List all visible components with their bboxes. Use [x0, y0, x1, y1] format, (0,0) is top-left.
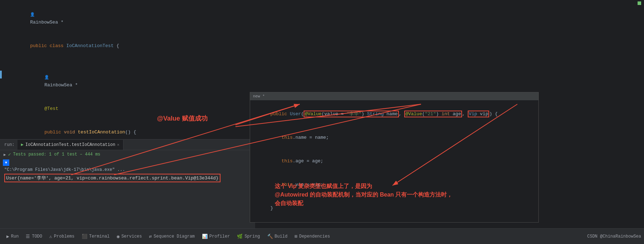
build-status-item[interactable]: 🔨 Build: [264, 229, 291, 244]
expand-icon[interactable]: ▶: [4, 152, 6, 157]
popup-code-line-3: this.age = age;: [254, 149, 535, 173]
code-line: public class IoCAnnotationTest {: [5, 34, 644, 58]
dependencies-status-item[interactable]: ⊞ Dependencies: [291, 229, 334, 244]
run-panel: run: ▶ IoCAnnotationTest.testIoCAnnotati…: [0, 139, 255, 228]
dependencies-icon: ⊞: [295, 234, 298, 239]
run-label: run:: [1, 142, 17, 147]
terminal-label: Terminal: [89, 234, 110, 239]
problems-icon: ⚠: [49, 234, 52, 239]
popup-header: new *: [250, 92, 538, 100]
sequence-icon: ⇄: [149, 234, 152, 239]
test-tab-label: IoCAnnotationTest.testIoCAnnotation: [25, 142, 115, 147]
profiler-label: Profiler: [209, 234, 230, 239]
spring-status-item[interactable]: 🌿 Spring: [233, 229, 263, 244]
terminal-status-item[interactable]: ⬛ Terminal: [78, 229, 113, 244]
code-line-blank: [5, 58, 644, 66]
sequence-status-item[interactable]: ⇄ Sequence Diagram: [146, 229, 198, 244]
popup-code: public User(@Value(value = "李华") String …: [250, 100, 538, 222]
status-bar: ▶ Run ☰ TODO ⚠ Problems ⬛ Terminal ◉ Ser…: [0, 228, 644, 244]
popup-code-line-4: this.vip = vip;: [254, 173, 535, 197]
java-path: "C:\Program Files\Java\jdk-17\bin\java.e…: [0, 167, 255, 173]
dependencies-label: Dependencies: [299, 234, 330, 239]
build-label: Build: [275, 234, 288, 239]
todo-label: TODO: [32, 234, 42, 239]
profiler-status-item[interactable]: 📊 Profiler: [198, 229, 234, 244]
run-tab-bar: run: ▶ IoCAnnotationTest.testIoCAnnotati…: [0, 139, 255, 150]
code-line: 👤 RainbowSea *: [5, 3, 644, 34]
file-header-1: RainbowSea *: [30, 20, 64, 25]
terminal-icon: ⬛: [82, 234, 87, 239]
run-icon: ▶: [6, 234, 9, 239]
run-status-item[interactable]: ▶ Run: [3, 229, 22, 244]
todo-status-item[interactable]: ☰ TODO: [22, 229, 46, 244]
popup-code-line-5: }: [254, 197, 535, 220]
tests-passed-row: ▶ ✓ Tests passed: 1 of 1 test – 444 ms: [0, 150, 255, 159]
spring-label: Spring: [244, 234, 260, 239]
output-row: User{name='李华', age=21, vip=com.rainbows…: [0, 173, 255, 183]
expand-button[interactable]: ▼: [3, 159, 9, 166]
popup-panel: new * public User(@Value(value = "李华") S…: [250, 92, 539, 223]
problems-label: Problems: [54, 234, 75, 239]
profiler-icon: 📊: [202, 234, 208, 239]
run-status-label: Run: [11, 234, 19, 239]
tests-passed-text: Tests passed: 1 of 1 test – 444 ms: [13, 152, 100, 157]
brand-text: CSDN @ChinaRainbowSea: [587, 234, 641, 239]
popup-code-line-1: public User(@Value(value = "李华") String …: [254, 102, 535, 126]
build-icon: 🔨: [267, 234, 273, 239]
spring-icon: 🌿: [237, 234, 243, 239]
services-label: Services: [121, 234, 142, 239]
test-tab[interactable]: ▶ IoCAnnotationTest.testIoCAnnotation ✕: [17, 140, 123, 150]
tab-close-icon[interactable]: ✕: [117, 142, 120, 147]
gutter-mark: [0, 71, 2, 78]
services-icon: ◉: [117, 234, 120, 239]
services-status-item[interactable]: ◉ Services: [113, 229, 145, 244]
popup-code-line-2: this.name = name;: [254, 126, 535, 149]
output-text: User{name='李华', age=21, vip=com.rainbows…: [4, 174, 220, 182]
check-icon: ✓: [8, 152, 11, 157]
problems-status-item[interactable]: ⚠ Problems: [46, 229, 78, 244]
status-dot: [638, 1, 641, 5]
sequence-label: Sequence Diagram: [154, 234, 195, 239]
todo-icon: ☰: [26, 234, 30, 239]
